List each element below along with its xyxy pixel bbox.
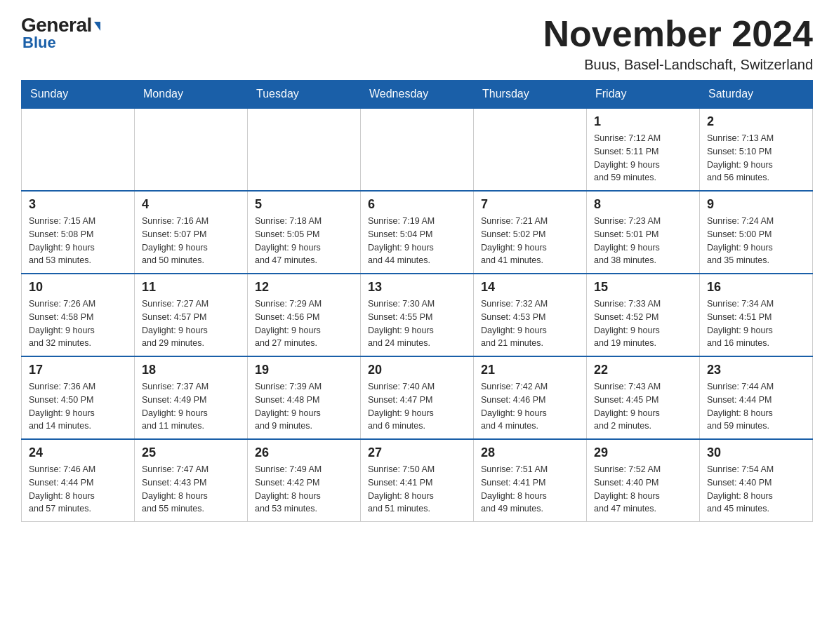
day-info: Sunrise: 7:29 AM Sunset: 4:56 PM Dayligh…	[255, 297, 353, 350]
day-info: Sunrise: 7:54 AM Sunset: 4:40 PM Dayligh…	[707, 463, 805, 516]
day-info: Sunrise: 7:16 AM Sunset: 5:07 PM Dayligh…	[142, 215, 240, 267]
day-info: Sunrise: 7:18 AM Sunset: 5:05 PM Dayligh…	[255, 215, 353, 267]
calendar-cell: 30Sunrise: 7:54 AM Sunset: 4:40 PM Dayli…	[700, 439, 813, 522]
day-number: 28	[481, 445, 579, 460]
day-number: 17	[29, 363, 127, 377]
day-number: 14	[481, 280, 579, 295]
calendar-cell	[361, 108, 474, 191]
day-number: 11	[142, 280, 240, 295]
day-info: Sunrise: 7:26 AM Sunset: 4:58 PM Dayligh…	[29, 297, 127, 350]
calendar-cell: 3Sunrise: 7:15 AM Sunset: 5:08 PM Daylig…	[22, 191, 135, 274]
day-number: 24	[29, 445, 127, 460]
calendar-cell: 14Sunrise: 7:32 AM Sunset: 4:53 PM Dayli…	[474, 274, 587, 356]
day-info: Sunrise: 7:44 AM Sunset: 4:44 PM Dayligh…	[707, 380, 805, 433]
day-number: 5	[255, 197, 353, 212]
col-wednesday: Wednesday	[361, 81, 474, 109]
calendar-cell: 28Sunrise: 7:51 AM Sunset: 4:41 PM Dayli…	[474, 439, 587, 522]
calendar-cell: 26Sunrise: 7:49 AM Sunset: 4:42 PM Dayli…	[248, 439, 361, 522]
col-monday: Monday	[135, 81, 248, 109]
day-info: Sunrise: 7:21 AM Sunset: 5:02 PM Dayligh…	[481, 215, 579, 267]
calendar-header-row: Sunday Monday Tuesday Wednesday Thursday…	[22, 81, 813, 109]
calendar-cell: 17Sunrise: 7:36 AM Sunset: 4:50 PM Dayli…	[22, 356, 135, 439]
calendar-week-2: 3Sunrise: 7:15 AM Sunset: 5:08 PM Daylig…	[22, 191, 813, 274]
day-number: 8	[594, 197, 692, 212]
day-info: Sunrise: 7:39 AM Sunset: 4:48 PM Dayligh…	[255, 380, 353, 433]
calendar-cell: 1Sunrise: 7:12 AM Sunset: 5:11 PM Daylig…	[587, 108, 700, 191]
col-friday: Friday	[587, 81, 700, 109]
calendar-cell: 27Sunrise: 7:50 AM Sunset: 4:41 PM Dayli…	[361, 439, 474, 522]
day-info: Sunrise: 7:52 AM Sunset: 4:40 PM Dayligh…	[594, 463, 692, 516]
calendar-cell: 4Sunrise: 7:16 AM Sunset: 5:07 PM Daylig…	[135, 191, 248, 274]
calendar-cell: 5Sunrise: 7:18 AM Sunset: 5:05 PM Daylig…	[248, 191, 361, 274]
day-number: 9	[707, 197, 805, 212]
logo-triangle-icon	[94, 22, 100, 31]
calendar-cell: 2Sunrise: 7:13 AM Sunset: 5:10 PM Daylig…	[700, 108, 813, 191]
calendar-cell: 11Sunrise: 7:27 AM Sunset: 4:57 PM Dayli…	[135, 274, 248, 356]
day-number: 22	[594, 363, 692, 377]
day-info: Sunrise: 7:42 AM Sunset: 4:46 PM Dayligh…	[481, 380, 579, 433]
calendar-cell	[474, 108, 587, 191]
calendar-cell: 6Sunrise: 7:19 AM Sunset: 5:04 PM Daylig…	[361, 191, 474, 274]
day-number: 21	[481, 363, 579, 377]
month-title: November 2024	[543, 14, 813, 54]
day-info: Sunrise: 7:23 AM Sunset: 5:01 PM Dayligh…	[594, 215, 692, 267]
title-block: November 2024 Buus, Basel-Landschaft, Sw…	[543, 14, 813, 73]
day-number: 27	[368, 445, 466, 460]
calendar-cell: 16Sunrise: 7:34 AM Sunset: 4:51 PM Dayli…	[700, 274, 813, 356]
day-info: Sunrise: 7:51 AM Sunset: 4:41 PM Dayligh…	[481, 463, 579, 516]
day-number: 13	[368, 280, 466, 295]
day-number: 15	[594, 280, 692, 295]
day-info: Sunrise: 7:46 AM Sunset: 4:44 PM Dayligh…	[29, 463, 127, 516]
calendar-cell	[248, 108, 361, 191]
calendar-week-4: 17Sunrise: 7:36 AM Sunset: 4:50 PM Dayli…	[22, 356, 813, 439]
calendar-cell: 23Sunrise: 7:44 AM Sunset: 4:44 PM Dayli…	[700, 356, 813, 439]
day-info: Sunrise: 7:24 AM Sunset: 5:00 PM Dayligh…	[707, 215, 805, 267]
day-number: 25	[142, 445, 240, 460]
day-info: Sunrise: 7:47 AM Sunset: 4:43 PM Dayligh…	[142, 463, 240, 516]
day-number: 12	[255, 280, 353, 295]
day-info: Sunrise: 7:43 AM Sunset: 4:45 PM Dayligh…	[594, 380, 692, 433]
calendar-cell: 24Sunrise: 7:46 AM Sunset: 4:44 PM Dayli…	[22, 439, 135, 522]
day-number: 6	[368, 197, 466, 212]
calendar-cell: 22Sunrise: 7:43 AM Sunset: 4:45 PM Dayli…	[587, 356, 700, 439]
calendar-cell: 8Sunrise: 7:23 AM Sunset: 5:01 PM Daylig…	[587, 191, 700, 274]
day-info: Sunrise: 7:40 AM Sunset: 4:47 PM Dayligh…	[368, 380, 466, 433]
day-number: 23	[707, 363, 805, 377]
location: Buus, Basel-Landschaft, Switzerland	[543, 57, 813, 73]
calendar-cell	[135, 108, 248, 191]
day-number: 1	[594, 114, 692, 129]
col-sunday: Sunday	[22, 81, 135, 109]
calendar-cell: 29Sunrise: 7:52 AM Sunset: 4:40 PM Dayli…	[587, 439, 700, 522]
day-number: 4	[142, 197, 240, 212]
logo: General Blue	[21, 14, 100, 52]
page-header: General Blue November 2024 Buus, Basel-L…	[21, 14, 813, 73]
calendar-cell: 9Sunrise: 7:24 AM Sunset: 5:00 PM Daylig…	[700, 191, 813, 274]
day-info: Sunrise: 7:12 AM Sunset: 5:11 PM Dayligh…	[594, 132, 692, 185]
calendar-cell: 21Sunrise: 7:42 AM Sunset: 4:46 PM Dayli…	[474, 356, 587, 439]
calendar-cell: 18Sunrise: 7:37 AM Sunset: 4:49 PM Dayli…	[135, 356, 248, 439]
day-info: Sunrise: 7:15 AM Sunset: 5:08 PM Dayligh…	[29, 215, 127, 267]
day-info: Sunrise: 7:37 AM Sunset: 4:49 PM Dayligh…	[142, 380, 240, 433]
calendar-cell: 25Sunrise: 7:47 AM Sunset: 4:43 PM Dayli…	[135, 439, 248, 522]
calendar-table: Sunday Monday Tuesday Wednesday Thursday…	[21, 80, 813, 522]
col-tuesday: Tuesday	[248, 81, 361, 109]
day-number: 26	[255, 445, 353, 460]
col-saturday: Saturday	[700, 81, 813, 109]
day-number: 3	[29, 197, 127, 212]
day-info: Sunrise: 7:36 AM Sunset: 4:50 PM Dayligh…	[29, 380, 127, 433]
calendar-week-1: 1Sunrise: 7:12 AM Sunset: 5:11 PM Daylig…	[22, 108, 813, 191]
day-number: 29	[594, 445, 692, 460]
day-number: 18	[142, 363, 240, 377]
day-info: Sunrise: 7:30 AM Sunset: 4:55 PM Dayligh…	[368, 297, 466, 350]
day-number: 2	[707, 114, 805, 129]
calendar-cell: 13Sunrise: 7:30 AM Sunset: 4:55 PM Dayli…	[361, 274, 474, 356]
day-number: 7	[481, 197, 579, 212]
calendar-cell: 12Sunrise: 7:29 AM Sunset: 4:56 PM Dayli…	[248, 274, 361, 356]
day-info: Sunrise: 7:50 AM Sunset: 4:41 PM Dayligh…	[368, 463, 466, 516]
day-number: 20	[368, 363, 466, 377]
logo-bottom: Blue	[22, 34, 56, 52]
day-info: Sunrise: 7:13 AM Sunset: 5:10 PM Dayligh…	[707, 132, 805, 185]
calendar-cell: 7Sunrise: 7:21 AM Sunset: 5:02 PM Daylig…	[474, 191, 587, 274]
day-info: Sunrise: 7:34 AM Sunset: 4:51 PM Dayligh…	[707, 297, 805, 350]
calendar-cell: 15Sunrise: 7:33 AM Sunset: 4:52 PM Dayli…	[587, 274, 700, 356]
